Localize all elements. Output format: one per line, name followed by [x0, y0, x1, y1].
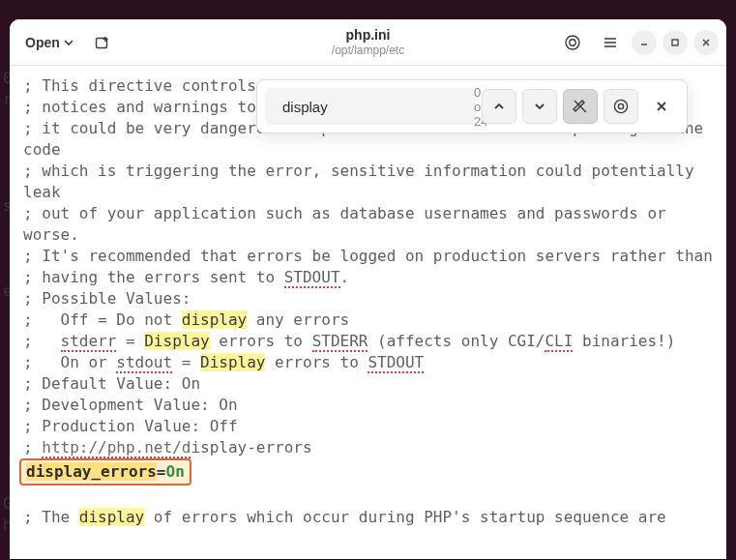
search-close-button[interactable]	[644, 89, 679, 124]
spell-word: stderr	[61, 332, 117, 352]
hamburger-menu-button[interactable]	[595, 27, 626, 58]
setting-value: On	[166, 462, 185, 481]
spell-word: CLI	[545, 332, 573, 352]
line: ; This directive controls	[23, 76, 265, 95]
svg-point-1	[566, 36, 579, 49]
open-button[interactable]: Open	[17, 27, 81, 58]
svg-point-2	[570, 39, 575, 44]
headerbar: Open php.ini /opt/lampp/etc	[10, 19, 726, 66]
line: ; Development Value: On	[23, 396, 238, 414]
save-icon	[564, 34, 581, 51]
pencil-icon	[573, 99, 588, 114]
minimize-icon	[639, 38, 649, 47]
setting-key: display_errors	[26, 462, 157, 481]
line: ; out of your application such as databa…	[23, 204, 675, 244]
find-bar: 0 of 24	[256, 79, 688, 133]
chevron-up-icon	[492, 100, 506, 113]
new-tab-button[interactable]	[87, 27, 118, 58]
search-match: Display	[200, 353, 265, 371]
search-replace-toggle-button[interactable]	[563, 89, 598, 124]
line: ; Production Value: Off	[23, 417, 238, 435]
search-field[interactable]: 0 of 24	[265, 88, 476, 125]
line: ; which is triggering the error, sensiti…	[23, 162, 703, 201]
spell-word: stdout	[116, 353, 172, 373]
close-button[interactable]	[693, 30, 719, 55]
search-options-button[interactable]	[604, 89, 638, 124]
line: ;	[23, 438, 42, 457]
line: ; Off = Do not	[23, 310, 182, 329]
maximize-button[interactable]	[662, 30, 688, 55]
document-title: php.ini	[346, 27, 391, 43]
maximize-icon	[670, 38, 680, 47]
svg-point-6	[618, 103, 623, 108]
chevron-down-icon	[533, 100, 546, 113]
line: ; The	[23, 508, 79, 526]
close-icon	[701, 38, 711, 47]
line: ; It's recommended that errors be logged…	[23, 247, 713, 265]
search-input[interactable]	[282, 99, 466, 115]
new-tab-icon	[95, 35, 110, 50]
minimize-button[interactable]	[632, 30, 657, 55]
search-match: display	[79, 508, 144, 526]
line: ; On or	[23, 353, 116, 371]
save-button[interactable]	[556, 27, 589, 58]
text-editor-window: Open php.ini /opt/lampp/etc	[10, 19, 726, 559]
spell-word: STDOUT	[284, 268, 340, 288]
line: .	[340, 268, 350, 286]
line: ; having the errors sent to	[23, 268, 284, 286]
svg-point-5	[614, 100, 627, 112]
line: ; Default Value: On	[23, 374, 200, 393]
document-path: /opt/lampp/etc	[332, 44, 404, 57]
hamburger-icon	[603, 35, 618, 50]
line: any errors	[247, 310, 349, 329]
search-next-button[interactable]	[522, 89, 557, 124]
gear-icon	[612, 98, 630, 115]
line: ; Possible Values:	[23, 289, 191, 308]
chevron-down-icon	[64, 38, 74, 47]
line: ;	[23, 332, 61, 350]
spell-word: STDERR	[312, 332, 368, 352]
highlighted-setting-line: display_errors=On	[19, 458, 191, 486]
x-icon	[656, 101, 667, 112]
search-prev-button[interactable]	[482, 89, 516, 124]
search-match: display	[182, 310, 247, 329]
text-view[interactable]: ; This directive controls ; notices and …	[10, 66, 726, 559]
svg-rect-3	[672, 40, 678, 45]
open-label: Open	[25, 35, 60, 50]
spell-word: STDOUT	[368, 353, 424, 373]
spell-url: http://php.net/d	[42, 438, 191, 458]
search-match: Display	[144, 332, 209, 350]
